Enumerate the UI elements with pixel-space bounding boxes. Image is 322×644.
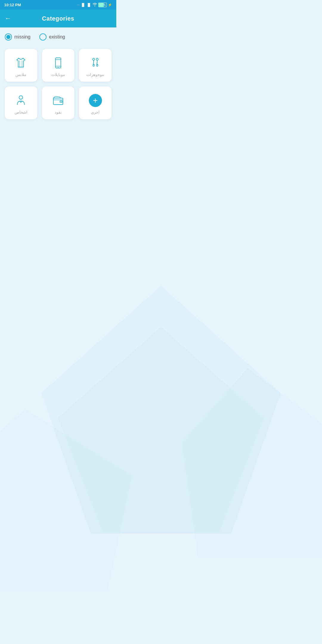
- existing-radio-circle: [39, 33, 47, 41]
- svg-rect-15: [53, 98, 63, 105]
- svg-point-9: [58, 67, 58, 68]
- category-other[interactable]: + اخري: [79, 86, 112, 119]
- battery-icon: 65%: [98, 3, 107, 7]
- page-title: Categories: [42, 15, 74, 22]
- svg-point-12: [96, 58, 98, 60]
- missing-radio[interactable]: missing: [5, 33, 30, 41]
- svg-point-14: [19, 96, 23, 99]
- mobile-icon: [52, 56, 65, 69]
- category-money[interactable]: نقود: [42, 86, 75, 119]
- persons-label: اشخاص: [15, 110, 27, 114]
- person-icon: [14, 94, 27, 107]
- category-persons[interactable]: اشخاص: [5, 86, 37, 119]
- category-mobiles[interactable]: موبايلات: [42, 49, 75, 82]
- clothes-icon: [14, 56, 27, 69]
- svg-point-10: [92, 58, 95, 60]
- app-header: ← Categories: [0, 10, 116, 27]
- mobiles-label: موبايلات: [51, 72, 65, 77]
- svg-point-17: [61, 101, 61, 102]
- signal2-icon: ▐▌: [86, 3, 91, 7]
- existing-radio[interactable]: existing: [39, 33, 65, 41]
- main-content: missing existing ملابس موبايلات: [0, 27, 116, 125]
- jewelry-label: موجوهرات: [86, 72, 104, 77]
- other-label: اخري: [91, 110, 100, 114]
- plus-icon: +: [89, 94, 102, 107]
- filter-row: missing existing: [5, 33, 112, 41]
- status-bar: 10:12 PM ··· ▐▌ ▐▌ 65% ⚡: [0, 0, 116, 10]
- clothes-label: ملابس: [16, 72, 26, 77]
- category-jewelry[interactable]: موجوهرات: [79, 49, 112, 82]
- wifi-icon: [92, 3, 97, 7]
- missing-label: missing: [14, 34, 30, 40]
- money-label: نقود: [55, 110, 62, 114]
- existing-label: existing: [49, 34, 65, 40]
- svg-rect-6: [55, 58, 61, 68]
- charging-icon: ⚡: [108, 3, 112, 7]
- signal-icon: ▐▌: [81, 3, 86, 7]
- wallet-icon: [52, 94, 65, 107]
- category-clothes[interactable]: ملابس: [5, 49, 37, 82]
- jewelry-icon: [89, 56, 102, 69]
- dots-icon: ···: [77, 3, 80, 7]
- missing-radio-circle: [5, 33, 12, 41]
- back-button[interactable]: ←: [5, 15, 11, 22]
- status-icons: ··· ▐▌ ▐▌ 65% ⚡: [77, 3, 112, 7]
- categories-grid: ملابس موبايلات موجوه: [5, 49, 112, 119]
- status-time: 10:12 PM: [4, 3, 21, 7]
